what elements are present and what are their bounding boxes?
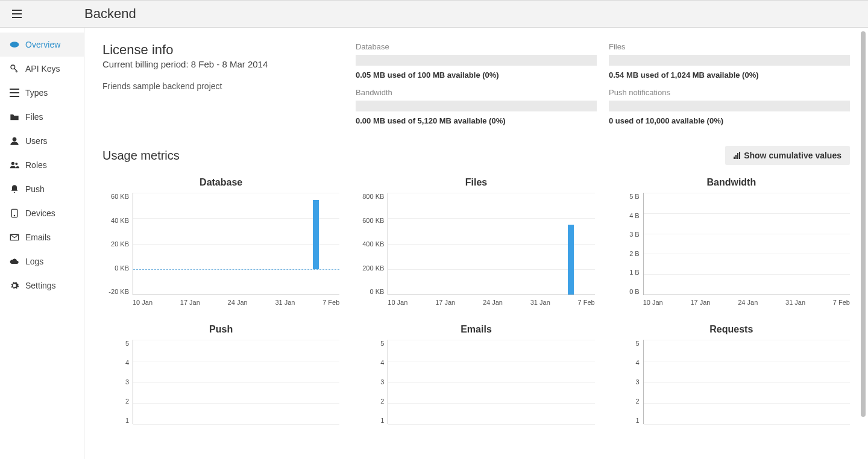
sidebar-item-devices[interactable]: Devices: [0, 201, 84, 225]
bars-icon: [734, 152, 740, 159]
chart-title: Push: [102, 324, 339, 335]
sidebar-item-label: Logs: [25, 257, 43, 266]
sidebar-item-label: Devices: [25, 208, 55, 218]
meter-bar: [609, 101, 850, 111]
meter-text: 0.05 MB used of 100 MB available (0%): [356, 70, 597, 80]
y-tick: 4 B: [629, 212, 640, 219]
key-icon: [10, 64, 19, 73]
y-tick: 4: [636, 359, 640, 366]
y-tick: 0 B: [629, 288, 640, 295]
y-axis: 5 4 3 2 1: [613, 340, 643, 424]
y-axis: 5 4 3 2 1: [102, 340, 133, 424]
chart-title: Files: [357, 177, 594, 188]
meter-label: Push notifications: [609, 88, 850, 97]
y-tick: 60 KB: [111, 193, 129, 200]
gear-icon: [10, 281, 19, 290]
y-axis: 5 B 4 B 3 B 2 B 1 B 0 B: [613, 193, 643, 295]
svg-point-4: [11, 162, 14, 165]
y-tick: 0 KB: [115, 264, 129, 272]
y-tick: 600 KB: [362, 217, 384, 224]
x-axis: 10 Jan 17 Jan 24 Jan 31 Jan 7 Feb: [613, 299, 850, 306]
sidebar-item-types[interactable]: Types: [0, 81, 84, 105]
sidebar-item-api-keys[interactable]: API Keys: [0, 57, 84, 81]
x-tick: 7 Feb: [578, 299, 595, 306]
sidebar-item-label: Overview: [25, 40, 60, 49]
x-tick: 24 Jan: [483, 299, 503, 306]
y-tick: 5: [380, 340, 384, 347]
y-tick: 3: [636, 378, 640, 386]
sidebar-item-overview[interactable]: Overview: [0, 33, 84, 57]
meter-bandwidth: Bandwidth 0.00 MB used of 5,120 MB avail…: [356, 88, 597, 125]
eye-icon: [10, 40, 19, 49]
cloud-icon: [10, 257, 19, 266]
svg-point-7: [14, 215, 14, 216]
chart-title: Bandwidth: [613, 177, 850, 188]
chart-files: Files 800 KB 600 KB 400 KB 200 KB 0 KB: [357, 177, 594, 306]
y-tick: 3: [125, 378, 129, 386]
svg-point-5: [15, 163, 17, 165]
y-tick: 1: [636, 417, 640, 424]
y-axis: 800 KB 600 KB 400 KB 200 KB 0 KB: [357, 193, 388, 295]
y-axis: 5 4 3 2 1: [357, 340, 388, 424]
meter-label: Database: [356, 42, 597, 51]
meter-text: 0 used of 10,000 available (0%): [609, 116, 850, 125]
y-tick: 2: [636, 398, 640, 405]
x-tick: 10 Jan: [133, 299, 153, 306]
sidebar-item-files[interactable]: Files: [0, 105, 84, 129]
sidebar-item-roles[interactable]: Roles: [0, 153, 84, 177]
meter-push: Push notifications 0 used of 10,000 avai…: [609, 88, 850, 125]
x-tick: 31 Jan: [785, 299, 805, 306]
meter-database: Database 0.05 MB used of 100 MB availabl…: [356, 42, 597, 80]
license-description: Friends sample backend project: [102, 81, 338, 91]
chart-title: Database: [102, 177, 339, 188]
meter-bar: [356, 101, 597, 111]
scrollbar[interactable]: [861, 31, 866, 417]
sidebar-item-label: Users: [25, 136, 48, 146]
x-tick: 17 Jan: [435, 299, 455, 306]
y-tick: 1 B: [629, 269, 640, 276]
y-tick: 0 KB: [370, 288, 384, 295]
menu-toggle-button[interactable]: [0, 10, 84, 18]
meter-text: 0.54 MB used of 1,024 MB available (0%): [609, 70, 850, 80]
main-content: License info Current billing period: 8 F…: [84, 28, 868, 459]
x-tick: 10 Jan: [643, 299, 663, 306]
y-tick: 4: [125, 359, 129, 366]
list-icon: [10, 88, 19, 98]
chart-bandwidth: Bandwidth 5 B 4 B 3 B 2 B 1 B 0 B: [613, 177, 850, 306]
y-axis: 60 KB 40 KB 20 KB 0 KB -20 KB: [102, 193, 133, 295]
y-tick: 400 KB: [362, 240, 384, 248]
meter-files: Files 0.54 MB used of 1,024 MB available…: [609, 42, 850, 80]
license-period: Current billing period: 8 Feb - 8 Mar 20…: [102, 59, 338, 69]
x-tick: 7 Feb: [833, 299, 850, 306]
license-title: License info: [102, 42, 338, 58]
sidebar-item-emails[interactable]: Emails: [0, 225, 84, 249]
chart-requests: Requests 5 4 3 2 1: [613, 324, 850, 424]
plot-area: [388, 193, 594, 295]
x-tick: 10 Jan: [388, 299, 407, 306]
chart-push: Push 5 4 3 2 1: [102, 324, 339, 424]
y-tick: 3 B: [629, 231, 640, 238]
chart-bar: [568, 225, 574, 295]
y-tick: 3: [380, 378, 384, 386]
sidebar-item-label: Push: [25, 184, 45, 194]
svg-point-3: [13, 137, 17, 142]
email-icon: [10, 233, 19, 242]
y-tick: 5: [636, 340, 640, 347]
usage-title: Usage metrics: [102, 149, 180, 163]
y-tick: 1: [125, 417, 129, 424]
sidebar-item-users[interactable]: Users: [0, 129, 84, 153]
device-icon: [10, 208, 19, 218]
plot-area: [643, 340, 850, 424]
sidebar-item-push[interactable]: Push: [0, 177, 84, 201]
sidebar-item-settings[interactable]: Settings: [0, 273, 84, 298]
x-tick: 7 Feb: [322, 299, 339, 306]
chart-bar: [313, 200, 319, 269]
meter-label: Files: [609, 42, 850, 51]
x-axis: 10 Jan 17 Jan 24 Jan 31 Jan 7 Feb: [357, 299, 594, 306]
topbar: Backend: [0, 0, 868, 28]
sidebar-item-logs[interactable]: Logs: [0, 249, 84, 273]
bell-icon: [10, 184, 19, 194]
y-tick: 5 B: [629, 193, 640, 200]
sidebar-item-label: Settings: [25, 281, 56, 290]
show-cumulative-button[interactable]: Show cumulative values: [725, 146, 850, 165]
